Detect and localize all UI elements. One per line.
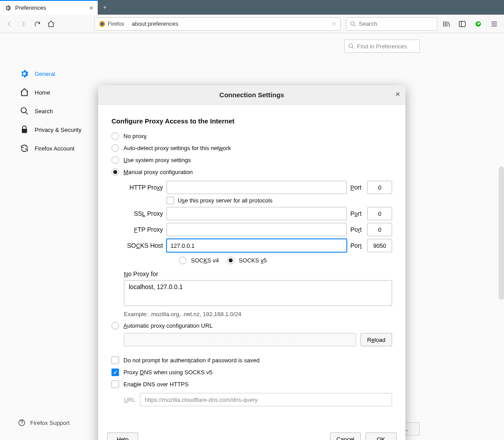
radio-no-proxy[interactable]: No proxy <box>111 130 392 142</box>
dialog-footer: Help Cancel OK <box>98 427 405 440</box>
menu-icon[interactable] <box>488 18 500 30</box>
dialog-close-icon[interactable]: × <box>395 90 400 99</box>
ftp-port-input[interactable] <box>367 223 392 236</box>
enable-doh-checkbox-row[interactable]: Enable DNS over HTTPS <box>111 378 392 390</box>
port-label: Port <box>350 210 364 217</box>
no-proxy-textarea[interactable] <box>124 280 392 306</box>
reload-pac-button[interactable]: Reload <box>361 333 392 346</box>
tab-close-icon[interactable]: × <box>89 4 93 12</box>
no-proxy-example: Example: .mozilla.org, .net.nz, 192.168.… <box>124 311 392 317</box>
dialog-header: Connection Settings × <box>98 85 405 105</box>
socks-port-input[interactable] <box>367 239 392 252</box>
radio-socks4[interactable]: SOCKS v4 <box>179 257 219 264</box>
auto-config-url-input <box>124 333 356 346</box>
checkbox-icon <box>111 369 119 376</box>
reload-button[interactable] <box>32 18 43 30</box>
gear-icon <box>4 4 12 12</box>
identity-box[interactable]: Firefox <box>95 18 128 30</box>
ftp-proxy-input[interactable] <box>167 223 347 236</box>
dialog-backdrop: Connection Settings × Configure Proxy Ac… <box>0 33 504 440</box>
home-button[interactable] <box>46 18 57 30</box>
http-proxy-label: HTTP Proxy <box>124 184 163 191</box>
cancel-button[interactable]: Cancel <box>330 432 361 440</box>
svg-point-2 <box>351 21 354 25</box>
port-label: Port <box>350 242 364 249</box>
identity-label: Firefox <box>108 21 124 27</box>
use-for-all-checkbox[interactable] <box>167 197 174 204</box>
http-port-input[interactable] <box>367 181 392 194</box>
socks-host-label: SOCKS Host <box>124 242 163 249</box>
svg-point-1 <box>101 22 104 25</box>
extension-icon[interactable] <box>472 18 484 30</box>
radio-icon <box>111 156 119 164</box>
ok-button[interactable]: OK <box>365 432 397 440</box>
search-icon <box>350 21 356 27</box>
ftp-proxy-label: FTP Proxy <box>124 226 163 233</box>
no-proxy-for-label: No Proxy for <box>124 270 392 277</box>
checkbox-icon <box>111 357 119 364</box>
radio-icon <box>111 322 119 329</box>
library-icon[interactable] <box>440 18 452 30</box>
svg-rect-3 <box>459 21 465 27</box>
port-label: Port <box>350 184 364 191</box>
radio-icon <box>227 257 234 264</box>
ssl-proxy-input[interactable] <box>167 207 347 220</box>
radio-icon <box>179 257 187 264</box>
title-bar: Preferences × + <box>0 0 504 15</box>
http-proxy-input[interactable] <box>167 181 347 194</box>
tab-preferences[interactable]: Preferences × <box>0 0 98 15</box>
bookmark-star-icon[interactable]: ☆ <box>328 20 340 27</box>
help-button[interactable]: Help <box>107 432 138 440</box>
radio-icon <box>111 168 119 176</box>
navigation-toolbar: Firefox about:preferences ☆ <box>0 15 504 33</box>
url-text: about:preferences <box>128 20 328 27</box>
port-label: Port <box>350 226 364 233</box>
proxy-dns-checkbox-row[interactable]: Proxy DNS when using SOCKS v5 <box>111 366 392 378</box>
radio-auto-detect[interactable]: Auto-detect proxy settings for this netw… <box>111 142 392 154</box>
dialog-title: Connection Settings <box>219 91 284 99</box>
url-bar[interactable]: Firefox about:preferences ☆ <box>95 17 341 31</box>
doh-url-input <box>140 393 392 406</box>
use-for-all-label: Use this proxy server for all protocols <box>178 197 273 204</box>
radio-auto-config-url[interactable]: Automatic proxy configuration URL <box>111 322 392 329</box>
back-button[interactable] <box>4 18 15 30</box>
radio-socks5[interactable]: SOCKS v5 <box>227 257 267 264</box>
forward-button[interactable] <box>18 18 29 30</box>
doh-url-label: URL <box>124 396 135 403</box>
connection-settings-dialog: Connection Settings × Configure Proxy Ac… <box>98 85 405 440</box>
search-input[interactable] <box>359 20 433 27</box>
search-bar[interactable] <box>346 17 437 31</box>
ssl-port-input[interactable] <box>367 207 392 220</box>
tab-title: Preferences <box>15 4 86 11</box>
preferences-page: Find in Preferences General Home Search … <box>0 33 504 440</box>
radio-icon <box>111 144 119 152</box>
socks-host-input[interactable] <box>167 239 347 252</box>
radio-icon <box>111 132 119 140</box>
radio-system-proxy[interactable]: Use system proxy settings <box>111 154 392 166</box>
radio-manual-proxy[interactable]: Manual proxy configuration <box>111 166 392 178</box>
ssl-proxy-label: SSL Proxy <box>124 210 163 217</box>
checkbox-icon <box>111 381 119 388</box>
section-heading: Configure Proxy Access to the Internet <box>111 117 392 125</box>
no-auth-prompt-checkbox-row[interactable]: Do not prompt for authentication if pass… <box>111 354 392 366</box>
sidebar-toggle-icon[interactable] <box>456 18 468 30</box>
new-tab-button[interactable]: + <box>98 0 112 15</box>
